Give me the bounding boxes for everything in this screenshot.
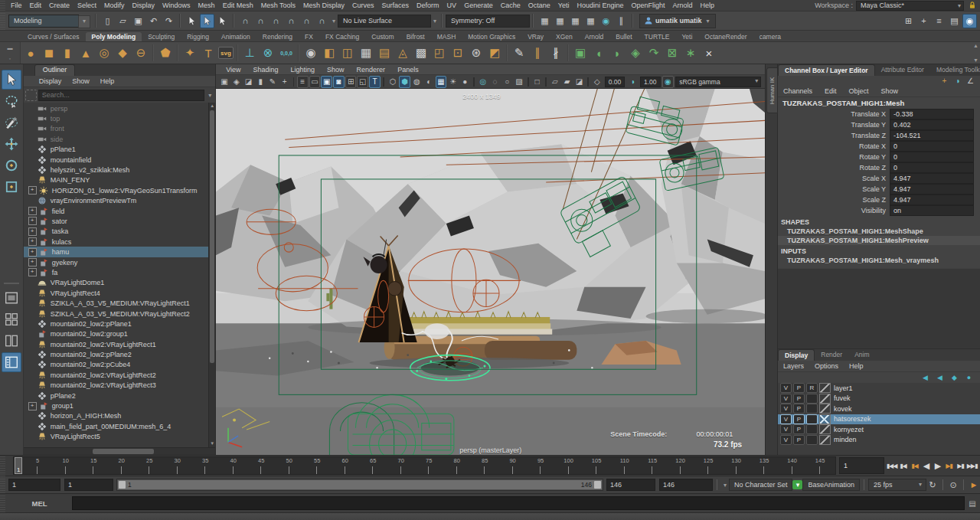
outliner-item-horizon-01-loww2-vraygeosun1transform[interactable]: +HORIZON_01_loww2:VRayGeoSun1Transform: [24, 185, 208, 195]
menu-set-selector[interactable]: Modeling ▾: [8, 15, 79, 28]
expand-icon[interactable]: +: [28, 186, 37, 195]
shelf-tab-arnold[interactable]: Arnold: [579, 32, 610, 41]
dof-icon[interactable]: ○: [501, 76, 513, 88]
field-chart2-icon[interactable]: ◇: [591, 76, 603, 88]
search-input[interactable]: [38, 90, 204, 101]
outliner-item-kulacs[interactable]: +kulacs: [24, 237, 208, 247]
menu-select[interactable]: Select: [74, 2, 100, 9]
outliner-item-mountain02-low2-group1[interactable]: mountain02_low2:group1: [24, 329, 208, 339]
menubar-grip[interactable]: [0, 0, 5, 11]
outliner-item-fa[interactable]: +fa: [24, 267, 208, 277]
viewport-menu-view[interactable]: View: [220, 66, 246, 74]
render-toggle[interactable]: [806, 424, 818, 434]
expand-icon[interactable]: +: [28, 402, 37, 410]
poly-plane-icon[interactable]: ◆: [114, 44, 131, 61]
multi-cut-icon[interactable]: ✎: [511, 44, 528, 61]
shelf-tab-vray[interactable]: VRay: [521, 32, 550, 41]
chevron-down-icon[interactable]: ▾: [206, 92, 214, 99]
outliner-item-vrayenvironmentpreviewtm[interactable]: vrayEnvironmentPreviewTm: [24, 196, 208, 206]
layer-row-fuvek[interactable]: VPfuvek: [778, 394, 980, 404]
symmetry-field[interactable]: Symmetry: Off: [446, 15, 530, 28]
viewport-scene[interactable]: 2400 x 1349 Scene Timecode: 00:00:00:01 …: [216, 89, 765, 455]
keyframe-icon[interactable]: ▾: [792, 480, 802, 489]
menu-display[interactable]: Display: [129, 2, 159, 9]
shelf-tab-camera[interactable]: camera: [753, 32, 787, 41]
layer-menu-layers[interactable]: Layers: [778, 362, 809, 370]
layer-color-swatch[interactable]: [819, 424, 831, 434]
graph-icon[interactable]: ∠: [965, 76, 975, 86]
poly-disc-icon[interactable]: ⊖: [132, 44, 149, 61]
safe-action-icon[interactable]: ◱: [357, 76, 368, 88]
layout-outliner-persp[interactable]: [2, 352, 21, 372]
viewport-menu-shading[interactable]: Shading: [248, 66, 284, 74]
target-weld-icon[interactable]: ⊡: [449, 44, 466, 61]
exposure-field[interactable]: 0.00: [605, 77, 626, 87]
offset-edge-loop-icon[interactable]: ∦: [547, 44, 564, 61]
scroll-down-icon[interactable]: ▼: [209, 440, 215, 447]
fill-hole-icon[interactable]: ▦: [358, 44, 374, 61]
viewport-menu-panels[interactable]: Panels: [392, 66, 424, 74]
layer-tab-display[interactable]: Display: [778, 349, 815, 361]
insert-edge-loop-icon[interactable]: ∥: [529, 44, 546, 61]
tweak-icon[interactable]: ◗: [609, 44, 626, 61]
channel-value-field[interactable]: 0: [890, 141, 974, 152]
file-open-icon[interactable]: ▱: [116, 14, 130, 28]
outliner-item-helyszin-v2-sziklak-mesh[interactable]: helyszin_v2_sziklak:Mesh: [24, 165, 208, 175]
shelf-tab-rigging[interactable]: Rigging: [181, 32, 215, 41]
curve-warp-icon[interactable]: ↷: [645, 44, 662, 61]
camera-attrs-icon[interactable]: ◪: [243, 76, 254, 88]
step-back-key-button[interactable]: ▮◀: [909, 458, 920, 473]
outliner-item-mountain02-low2-pplane1[interactable]: mountain02_low2:pPlane1: [24, 319, 208, 329]
render-settings-icon[interactable]: ▦: [583, 14, 598, 28]
scroll-up-icon[interactable]: ▲: [209, 103, 215, 110]
menu-houdini-engine[interactable]: Houdini Engine: [573, 2, 627, 9]
outliner-item-vraylightdome1[interactable]: VRayLightDome1: [24, 278, 208, 288]
add-layer-selected-icon[interactable]: ◆: [949, 373, 959, 383]
outliner-item-pplane1[interactable]: pPlane1: [24, 145, 208, 155]
layer-menu-help[interactable]: Help: [844, 362, 869, 370]
tab-channel-box-layer-editor[interactable]: Channel Box / Layer Editor: [778, 64, 875, 76]
menu-arnold[interactable]: Arnold: [668, 2, 696, 9]
relax-icon[interactable]: ◖: [590, 44, 607, 61]
film-gate-icon[interactable]: ▭: [309, 76, 321, 88]
quad-draw-icon[interactable]: ▣: [572, 44, 589, 61]
shaded-icon[interactable]: ⬢: [399, 76, 410, 88]
poly-cylinder-icon[interactable]: ▮: [59, 44, 76, 61]
add-empty-layer-icon[interactable]: ●: [964, 373, 974, 383]
outliner-item-mountain02-low2-pplane2[interactable]: mountain02_low2:pPlane2: [24, 349, 208, 359]
layer-color-swatch[interactable]: [819, 394, 831, 404]
layout-four-pane[interactable]: [2, 309, 21, 329]
play-forwards-button[interactable]: ▶: [932, 458, 943, 473]
origin-marker-icon[interactable]: 0,0,0: [278, 44, 295, 61]
default-material-icon[interactable]: ⬡: [387, 76, 399, 88]
visibility-toggle[interactable]: V: [780, 404, 792, 414]
soft-select-icon[interactable]: ◉: [962, 14, 977, 28]
channel-value-field[interactable]: 0: [890, 152, 974, 162]
input-item[interactable]: TUZRAKAS_POSTAM_HIGH1:Mesh_vraymesh: [778, 256, 980, 265]
poly-cone-icon[interactable]: ▲: [77, 44, 94, 61]
shelf-tab-xgen[interactable]: XGen: [550, 32, 579, 41]
gate-mask-icon[interactable]: ◙: [333, 76, 345, 88]
outliner-menu-show[interactable]: Show: [67, 77, 94, 85]
viewport-menu-renderer[interactable]: Renderer: [351, 66, 391, 74]
motion-blur-icon[interactable]: ◌: [489, 76, 501, 88]
channel-value-field[interactable]: 0.402: [890, 119, 974, 130]
outliner-item-hamu[interactable]: +hamu: [24, 247, 208, 257]
view-menu-icon[interactable]: ≡: [297, 76, 309, 88]
expand-icon[interactable]: +: [28, 268, 37, 276]
shelf-tab-custom[interactable]: Custom: [365, 32, 400, 41]
menu-octane[interactable]: Octane: [524, 2, 554, 9]
channel-value-field[interactable]: 4.947: [890, 173, 974, 184]
range-start-handle[interactable]: [119, 481, 126, 489]
menu-edit-mesh[interactable]: Edit Mesh: [219, 2, 257, 9]
layer-row-minden[interactable]: VPminden: [778, 435, 980, 446]
transfer-icon[interactable]: ⊠: [664, 44, 681, 61]
expand-icon[interactable]: +: [28, 227, 37, 236]
safe-title-icon[interactable]: T: [369, 76, 381, 88]
fog-icon[interactable]: ▨: [514, 76, 525, 88]
range-end-handle[interactable]: [594, 481, 601, 489]
menu-generate[interactable]: Generate: [460, 2, 497, 9]
outliner-item-szikla-a-03-v5-medium-vraylightrect2[interactable]: SZIKLA_A_03_V5_MEDIUM:VRayLightRect2: [24, 309, 208, 319]
scrollbar-thumb[interactable]: [210, 110, 214, 363]
chevron-down-icon[interactable]: ▾: [330, 18, 338, 25]
